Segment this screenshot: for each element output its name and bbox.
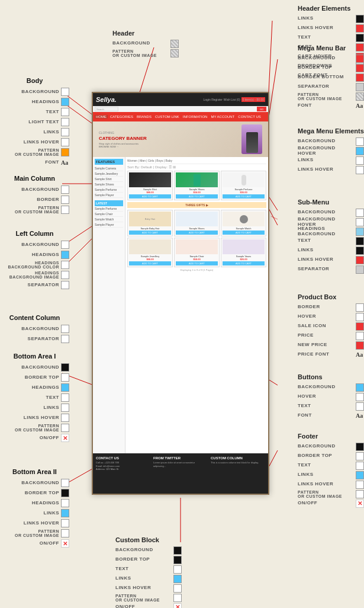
ba2-pattern-swatch[interactable]: [61, 529, 69, 537]
left-col-headings-swatch[interactable]: [61, 251, 69, 259]
pb-border-swatch[interactable]: [356, 303, 364, 312]
body-headings-label: HEADINGS: [0, 100, 59, 105]
sm-links-hover-label: LINKS HOVER: [298, 257, 354, 263]
bottom-area1-title: Bottom Area I: [0, 353, 69, 360]
ba1-border-swatch[interactable]: [61, 373, 69, 382]
cb-links-swatch[interactable]: [173, 575, 182, 583]
svg-line-6: [268, 59, 278, 121]
sm-background-label: BACKGROUND: [298, 210, 354, 215]
mmb-font-indicator[interactable]: Aa: [356, 103, 363, 109]
ft-onoff-button[interactable]: ✕: [356, 500, 364, 508]
content-column-title: Content Column: [0, 314, 69, 321]
content-col-separator-swatch[interactable]: [61, 335, 69, 343]
sm-separator-swatch[interactable]: [356, 265, 364, 274]
main-col-pattern-swatch[interactable]: [61, 206, 69, 214]
body-pattern-swatch[interactable]: [61, 148, 69, 156]
ba1-background-swatch[interactable]: [61, 363, 69, 372]
ba2-onoff-button[interactable]: ✕: [61, 539, 69, 548]
he-text-swatch[interactable]: [356, 34, 364, 42]
body-links-hover-row: LINKS HOVER: [0, 137, 69, 147]
body-text-swatch[interactable]: [61, 108, 69, 116]
ba2-border-swatch[interactable]: [61, 489, 69, 497]
mmb-separator-swatch[interactable]: [356, 83, 364, 91]
mmb-pattern-swatch[interactable]: [356, 92, 364, 101]
mme-links-hover-swatch[interactable]: [356, 166, 364, 174]
pb-hover-swatch[interactable]: [356, 313, 364, 321]
ba1-links-swatch[interactable]: [61, 404, 69, 412]
sm-links-swatch[interactable]: [356, 247, 364, 255]
mmb-border-top-swatch[interactable]: [356, 64, 364, 72]
he-links-hover-row: LINKS HOVER: [298, 24, 364, 33]
he-links-label: LINKS: [298, 16, 354, 21]
content-col-background-swatch[interactable]: [61, 325, 69, 333]
ft-text-swatch[interactable]: [356, 462, 364, 470]
ba2-background-swatch[interactable]: [61, 479, 69, 487]
ba1-onoff-button[interactable]: ✕: [61, 434, 69, 442]
h-background-swatch[interactable]: [170, 40, 179, 48]
ba2-headings-swatch[interactable]: [61, 499, 69, 507]
pb-new-price-swatch[interactable]: [356, 341, 364, 350]
left-col-background-swatch[interactable]: [61, 241, 69, 249]
mmb-border-top-label: BORDER TOP: [298, 65, 354, 71]
sm-links-hover-row: LINKS HOVER: [298, 255, 364, 264]
he-links-hover-swatch[interactable]: [356, 24, 364, 33]
cb-onoff-button[interactable]: ✕: [173, 603, 182, 609]
btn-background-swatch[interactable]: [356, 383, 364, 392]
ft-links-swatch[interactable]: [356, 471, 364, 479]
mme-links-swatch[interactable]: [356, 156, 364, 165]
sm-headings-bg-swatch[interactable]: [356, 228, 364, 236]
ba1-text-swatch[interactable]: [61, 393, 69, 402]
left-col-separator-row: SEPARATOR: [0, 280, 69, 290]
pb-sale-icon-swatch[interactable]: [356, 322, 364, 331]
ba1-links-hover-swatch[interactable]: [61, 414, 69, 422]
cb-pattern-swatch[interactable]: [173, 594, 182, 602]
main-col-border-swatch[interactable]: [61, 196, 69, 204]
ft-background-swatch[interactable]: [356, 443, 364, 451]
body-headings-swatch[interactable]: [61, 98, 69, 106]
mmb-border-top-row: BORDER TOP: [298, 63, 364, 72]
sm-text-swatch[interactable]: [356, 237, 364, 245]
main-col-background-swatch[interactable]: [61, 185, 69, 194]
cb-onoff-row: ON/OFF ✕: [115, 603, 182, 608]
ft-links-hover-swatch[interactable]: [356, 481, 364, 489]
main-col-border-label: BORDER: [0, 197, 59, 203]
left-col-separator-swatch[interactable]: [61, 281, 69, 289]
body-font-indicator[interactable]: Aa: [61, 159, 68, 166]
mme-links-hover-label: LINKS HOVER: [298, 167, 354, 172]
sm-links-hover-swatch[interactable]: [356, 256, 364, 264]
ba1-pattern-swatch[interactable]: [61, 424, 69, 432]
ba2-links-hover-swatch[interactable]: [61, 519, 69, 527]
cb-background-swatch[interactable]: [173, 546, 182, 555]
he-links-swatch[interactable]: [356, 15, 364, 23]
pb-price-font-indicator[interactable]: Aa: [356, 351, 363, 358]
mme-background-swatch[interactable]: [356, 137, 364, 146]
left-col-headings-bg-color-swatch[interactable]: [61, 261, 69, 269]
cb-links-hover-swatch[interactable]: [173, 584, 182, 593]
body-links-swatch[interactable]: [61, 128, 69, 136]
sm-background-swatch[interactable]: [356, 209, 364, 217]
body-links-hover-swatch[interactable]: [61, 138, 69, 146]
left-col-headings-bg-img-swatch[interactable]: [61, 271, 69, 279]
sm-bg-hover-swatch[interactable]: [356, 218, 364, 226]
cb-text-swatch[interactable]: [173, 565, 182, 574]
body-background-swatch[interactable]: [61, 88, 69, 96]
btn-font-indicator[interactable]: Aa: [356, 412, 363, 419]
ft-border-top-swatch[interactable]: [356, 452, 364, 460]
mme-bg-hover-swatch[interactable]: [356, 147, 364, 155]
cb-border-top-swatch[interactable]: [173, 556, 182, 564]
ft-pattern-swatch[interactable]: [356, 490, 364, 498]
mmb-border-bottom-swatch[interactable]: [356, 73, 364, 82]
svg-line-15: [271, 216, 278, 219]
ba1-headings-swatch[interactable]: [61, 383, 69, 392]
h-pattern-swatch[interactable]: [170, 49, 179, 57]
ft-links-hover-label: LINKS HOVER: [298, 482, 354, 487]
body-light-text-swatch[interactable]: [61, 118, 69, 126]
btn-hover-swatch[interactable]: [356, 393, 364, 401]
btn-text-swatch[interactable]: [356, 402, 364, 411]
mmb-background-swatch[interactable]: [356, 55, 364, 63]
body-links-row: LINKS: [0, 127, 69, 137]
body-title: Body: [0, 77, 69, 84]
pb-price-swatch[interactable]: [356, 332, 364, 340]
main-col-border-row: BORDER: [0, 195, 69, 204]
ba2-links-swatch[interactable]: [61, 509, 69, 517]
